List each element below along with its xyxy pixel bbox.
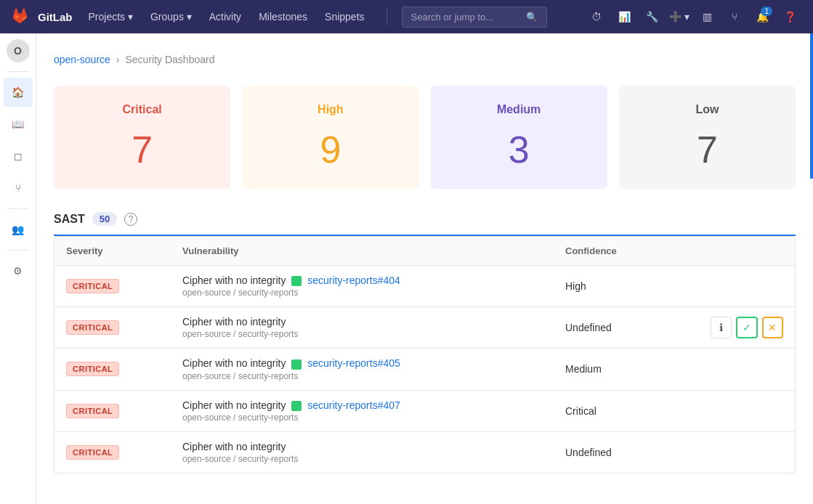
sast-help-icon[interactable]: ?: [124, 213, 137, 226]
row4-vuln-path: open-source / security-reports: [182, 412, 565, 423]
search-placeholder: Search or jump to...: [411, 12, 493, 23]
row3-severity: CRITICAL: [66, 362, 182, 376]
search-box[interactable]: Search or jump to... 🔍: [402, 7, 547, 28]
row3-severity-badge: CRITICAL: [66, 362, 119, 376]
row2-actions: ℹ ✓ ✕: [711, 317, 783, 338]
row5-confidence: Undefined: [565, 447, 711, 458]
row2-approve-button[interactable]: ✓: [736, 317, 757, 338]
sidebar-item-repository[interactable]: 📖: [4, 110, 33, 139]
card-medium[interactable]: Medium 3: [431, 86, 607, 189]
nav-projects[interactable]: Projects ▾: [81, 7, 140, 27]
main-nav-items: Projects ▾ Groups ▾ Activity Milestones …: [81, 7, 372, 27]
row3-vuln-path: open-source / security-reports: [182, 371, 565, 381]
row3-pipeline-link[interactable]: security-reports#405: [307, 357, 400, 369]
card-high[interactable]: High 9: [242, 86, 418, 189]
row4-confidence: Critical: [565, 405, 711, 417]
nav-columns-icon[interactable]: ▥: [695, 5, 719, 28]
nav-groups[interactable]: Groups ▾: [143, 7, 199, 27]
row5-vuln-name: Cipher with no integrity: [182, 441, 565, 452]
card-low-value: 7: [636, 128, 778, 171]
vulnerabilities-table: Severity Vulnerability Confidence CRITIC…: [54, 236, 796, 473]
nav-help-icon[interactable]: ❓: [778, 5, 801, 28]
card-critical-label: Critical: [71, 103, 213, 116]
card-low[interactable]: Low 7: [619, 86, 796, 189]
card-medium-label: Medium: [448, 103, 590, 116]
user-avatar[interactable]: O: [7, 39, 30, 62]
row2-action-icons: ℹ ✓ ✕: [711, 317, 783, 338]
nav-plus-icon[interactable]: ➕ ▾: [668, 5, 691, 28]
sidebar-item-members[interactable]: 👥: [4, 215, 33, 244]
breadcrumb-current: Security Dashboard: [126, 54, 215, 65]
breadcrumb: open-source › Security Dashboard: [54, 48, 796, 71]
row1-vuln-name: Cipher with no integrity security-report…: [182, 275, 565, 286]
right-accent-bar: [810, 33, 813, 179]
gitlab-logo[interactable]: GitLab: [12, 7, 73, 27]
row4-pipeline-link[interactable]: security-reports#407: [307, 399, 400, 411]
table-row: CRITICAL Cipher with no integrity securi…: [54, 391, 795, 432]
row1-severity-badge: CRITICAL: [66, 279, 119, 293]
col-confidence: Confidence: [565, 245, 711, 256]
card-medium-value: 3: [448, 128, 590, 171]
card-low-label: Low: [636, 103, 778, 116]
row4-pipeline-icon: [291, 401, 302, 411]
col-vulnerability: Vulnerability: [182, 245, 565, 256]
row2-dismiss-button[interactable]: ✕: [762, 317, 783, 338]
row1-pipeline-link[interactable]: security-reports#404: [307, 275, 400, 286]
nav-chart-icon[interactable]: 📊: [612, 5, 636, 28]
table-row: CRITICAL Cipher with no integrity securi…: [54, 266, 795, 307]
row2-info-button[interactable]: ℹ: [711, 317, 732, 338]
table-row: CRITICAL Cipher with no integrity securi…: [54, 349, 795, 390]
row4-vuln-name: Cipher with no integrity security-report…: [182, 399, 565, 411]
row5-vuln: Cipher with no integrity open-source / s…: [182, 441, 565, 464]
sidebar-item-merge-requests[interactable]: ⑂: [4, 174, 33, 203]
sast-count-badge: 50: [92, 212, 117, 226]
row3-vuln-name: Cipher with no integrity security-report…: [182, 357, 565, 369]
nav-wrench-icon[interactable]: 🔧: [640, 5, 663, 28]
main-content: open-source › Security Dashboard Critica…: [36, 33, 813, 488]
left-sidebar: O 🏠 📖 ◻ ⑂ 👥 ⚙: [0, 33, 36, 488]
row1-confidence: High: [565, 280, 711, 292]
card-critical-value: 7: [71, 128, 213, 171]
row5-vuln-path: open-source / security-reports: [182, 454, 565, 464]
row2-severity-badge: CRITICAL: [66, 320, 119, 335]
row2-severity: CRITICAL: [66, 320, 182, 335]
table-row: CRITICAL Cipher with no integrity open-s…: [54, 307, 795, 349]
row3-pipeline-icon: [291, 359, 302, 370]
row1-vuln: Cipher with no integrity security-report…: [182, 275, 565, 298]
sidebar-item-home[interactable]: 🏠: [4, 78, 33, 107]
row4-vuln: Cipher with no integrity security-report…: [182, 399, 565, 423]
breadcrumb-parent[interactable]: open-source: [54, 54, 110, 65]
sidebar-item-issues[interactable]: ◻: [4, 142, 33, 171]
card-critical[interactable]: Critical 7: [54, 86, 230, 189]
breadcrumb-separator: ›: [116, 54, 120, 65]
nav-snippets[interactable]: Snippets: [317, 7, 371, 27]
nav-divider: [387, 8, 387, 25]
sidebar-divider-1: [7, 71, 29, 72]
row3-confidence: Medium: [565, 363, 711, 375]
table-row: CRITICAL Cipher with no integrity open-s…: [54, 432, 795, 473]
sidebar-divider-3: [7, 250, 29, 251]
row1-severity: CRITICAL: [66, 279, 182, 293]
summary-cards: Critical 7 High 9 Medium 3 Low 7: [54, 86, 796, 189]
row2-vuln-name: Cipher with no integrity: [182, 316, 565, 328]
nav-notification-icon[interactable]: 🔔 1: [751, 5, 774, 28]
sidebar-item-settings[interactable]: ⚙: [4, 256, 33, 285]
row2-vuln: Cipher with no integrity open-source / s…: [182, 316, 565, 339]
row4-severity: CRITICAL: [66, 404, 182, 418]
row2-confidence: Undefined: [565, 322, 711, 333]
sast-section-header: SAST 50 ?: [54, 212, 796, 236]
top-navigation: GitLab Projects ▾ Groups ▾ Activity Mile…: [0, 0, 813, 33]
row1-pipeline-icon: [291, 276, 302, 286]
nav-merge-icon[interactable]: ⑂: [723, 5, 746, 28]
row3-vuln: Cipher with no integrity security-report…: [182, 357, 565, 381]
nav-icon-group: ⏱ 📊 🔧 ➕ ▾ ▥ ⑂ 🔔 1 ❓: [585, 5, 801, 28]
row4-severity-badge: CRITICAL: [66, 404, 119, 418]
nav-clock-icon[interactable]: ⏱: [585, 5, 608, 28]
gitlab-wordmark: GitLab: [38, 11, 73, 23]
nav-milestones[interactable]: Milestones: [251, 7, 315, 27]
sast-title: SAST: [54, 213, 85, 226]
row1-vuln-path: open-source / security-reports: [182, 288, 565, 298]
nav-activity[interactable]: Activity: [202, 7, 248, 27]
row5-severity-badge: CRITICAL: [66, 445, 119, 460]
search-icon: 🔍: [526, 12, 538, 23]
